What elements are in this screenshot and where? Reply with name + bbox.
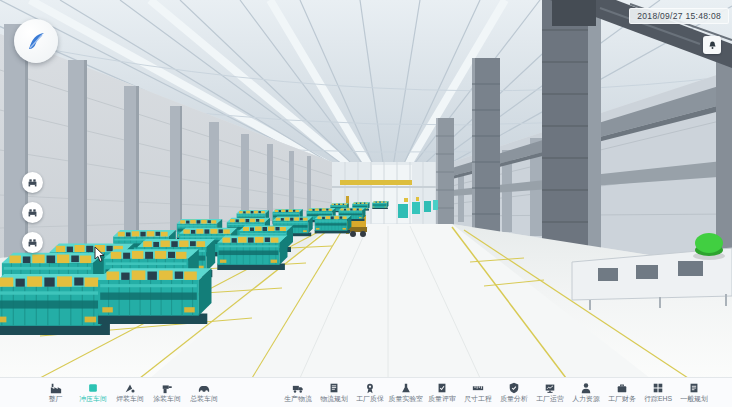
- lab-flask-icon: [400, 382, 412, 394]
- module-quality-lab[interactable]: 质量实验室: [388, 382, 424, 403]
- module-label: 人力资源: [572, 395, 600, 402]
- module-ehs[interactable]: 行踪EHS: [640, 382, 676, 403]
- quality-badge-icon: [364, 382, 376, 394]
- tab-label: 冲压车间: [79, 395, 107, 402]
- module-buttons-group: 生产物流 物流规划 工厂质保 质量实验室 质量评审 尺寸工程: [280, 382, 712, 403]
- module-label: 一般规划: [680, 395, 708, 402]
- module-label: 工厂运营: [536, 395, 564, 402]
- timestamp-chip: 2018/09/27 15:48:08: [629, 8, 729, 24]
- tab-stamping-shop[interactable]: 冲压车间: [74, 382, 111, 403]
- module-quality-review[interactable]: 质量评审: [424, 382, 460, 403]
- tab-painting-shop[interactable]: 涂装车间: [148, 382, 185, 403]
- module-human-resources[interactable]: 人力资源: [568, 382, 604, 403]
- bottom-toolbar: 整厂 冲压车间 焊装车间 涂装车间 总装车间 生产物流: [0, 377, 732, 407]
- module-dimensional-engineering[interactable]: 尺寸工程: [460, 382, 496, 403]
- factory-icon: [50, 382, 62, 394]
- assembly-shop-icon: [198, 382, 210, 394]
- tab-label: 总装车间: [190, 395, 218, 402]
- tab-welding-shop[interactable]: 焊装车间: [111, 382, 148, 403]
- module-general-planning[interactable]: 一般规划: [676, 382, 712, 403]
- painting-shop-icon: [161, 382, 173, 394]
- module-label: 物流规划: [320, 395, 348, 402]
- side-tool-button-2[interactable]: [22, 202, 43, 223]
- app-window: 2018/09/27 15:48:08 整厂 冲压车间 焊装车间: [0, 0, 732, 407]
- monitor-chart-icon: [544, 382, 556, 394]
- tab-assembly-shop[interactable]: 总装车间: [185, 382, 222, 403]
- app-logo-button[interactable]: [14, 19, 58, 63]
- truck-icon: [292, 382, 304, 394]
- machine-tool-icon: [27, 177, 38, 188]
- logo-feather-icon: [23, 28, 49, 54]
- module-factory-qa[interactable]: 工厂质保: [352, 382, 388, 403]
- person-icon: [580, 382, 592, 394]
- module-label: 行踪EHS: [644, 395, 672, 402]
- module-label: 工厂质保: [356, 395, 384, 402]
- side-tool-button-3[interactable]: [22, 232, 43, 253]
- side-tool-button-1[interactable]: [22, 172, 43, 193]
- module-label: 质量实验室: [389, 395, 424, 402]
- shield-check-icon: [508, 382, 520, 394]
- scene-3d-viewport[interactable]: [0, 0, 732, 378]
- module-label: 质量评审: [428, 395, 456, 402]
- tab-label: 整厂: [49, 395, 63, 402]
- logistics-plan-icon: [328, 382, 340, 394]
- tab-label: 涂装车间: [153, 395, 181, 402]
- notification-button[interactable]: [703, 36, 721, 54]
- document-icon: [688, 382, 700, 394]
- module-label: 生产物流: [284, 395, 312, 402]
- module-logistics-planning[interactable]: 物流规划: [316, 382, 352, 403]
- module-label: 质量分析: [500, 395, 528, 402]
- tab-whole-plant[interactable]: 整厂: [37, 382, 74, 403]
- module-label: 尺寸工程: [464, 395, 492, 402]
- green-object: [693, 233, 725, 260]
- shop-tabs-group: 整厂 冲压车间 焊装车间 涂装车间 总装车间: [37, 382, 222, 403]
- bell-icon: [707, 40, 718, 51]
- machine-tool-icon: [27, 237, 38, 248]
- module-production-logistics[interactable]: 生产物流: [280, 382, 316, 403]
- briefcase-icon: [616, 382, 628, 394]
- module-factory-finance[interactable]: 工厂财务: [604, 382, 640, 403]
- module-quality-analysis[interactable]: 质量分析: [496, 382, 532, 403]
- review-doc-icon: [436, 382, 448, 394]
- factory-hall-render: [0, 0, 732, 378]
- ruler-icon: [472, 382, 484, 394]
- module-label: 工厂财务: [608, 395, 636, 402]
- welding-shop-icon: [124, 382, 136, 394]
- tab-label: 焊装车间: [116, 395, 144, 402]
- machine-tool-icon: [27, 207, 38, 218]
- grid-icon: [652, 382, 664, 394]
- module-factory-operations[interactable]: 工厂运营: [532, 382, 568, 403]
- stamping-shop-icon: [87, 382, 99, 394]
